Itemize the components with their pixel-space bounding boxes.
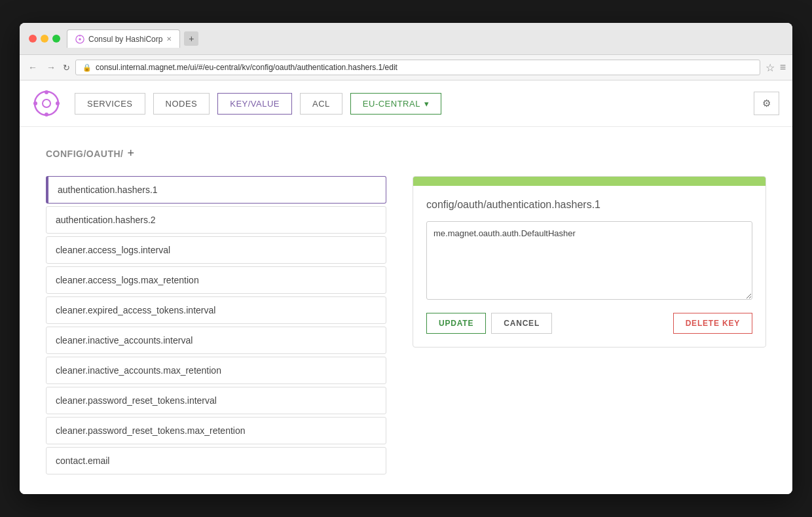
svg-point-8 [56,101,60,105]
svg-point-3 [35,92,58,115]
svg-point-7 [33,101,37,105]
key-list: authentication.hashers.1authentication.h… [46,176,386,474]
key-list-item[interactable]: authentication.hashers.2 [46,206,386,234]
breadcrumb: CONFIG/OAUTH/ + [46,147,766,160]
delete-key-button[interactable]: DELETE KEY [673,313,752,334]
address-bar: ← → ↻ 🔒 consul.internal.magnet.me/ui/#/e… [20,55,792,80]
refresh-button[interactable]: ↻ [63,63,70,73]
keyvalue-nav-button[interactable]: KEY/VALUE [217,93,292,115]
settings-button[interactable]: ⚙ [754,92,779,115]
cancel-button[interactable]: CANCEL [491,313,552,334]
edit-panel-inner: config/oauth/authentication.hashers.1 UP… [413,176,766,348]
tab-close-icon[interactable]: ✕ [166,35,172,43]
back-button[interactable]: ← [26,62,39,73]
consul-logo [33,90,60,117]
edit-panel-body: config/oauth/authentication.hashers.1 UP… [413,186,766,347]
edit-panel-title: config/oauth/authentication.hashers.1 [426,199,752,211]
edit-actions: UPDATE CANCEL DELETE KEY [426,313,752,334]
svg-point-6 [45,113,48,116]
gear-icon: ⚙ [762,98,771,109]
bookmark-button[interactable]: ☆ [766,62,775,74]
forward-button[interactable]: → [45,62,58,73]
datacenter-label: EU-CENTRAL [363,99,420,109]
top-nav: SERVICES NODES KEY/VALUE ACL EU-CENTRAL … [20,80,792,127]
nodes-nav-button[interactable]: NODES [153,93,210,115]
edit-panel: config/oauth/authentication.hashers.1 UP… [413,176,766,474]
svg-point-1 [79,38,81,41]
browser-window: Consul by HashiCorp ✕ + ← → ↻ 🔒 consul.i… [20,23,792,494]
key-list-item[interactable]: cleaner.inactive_accounts.max_retention [46,357,386,384]
key-list-item[interactable]: cleaner.password_reset_tokens.interval [46,387,386,414]
url-box[interactable]: 🔒 consul.internal.magnet.me/ui/#/eu-cent… [75,60,760,75]
key-list-item[interactable]: authentication.hashers.1 [46,176,386,204]
main-area: CONFIG/OAUTH/ + authentication.hashers.1… [20,127,792,494]
maximize-button[interactable] [52,35,60,43]
tab-bar: Consul by HashiCorp ✕ + [67,29,783,48]
consul-tab-icon [75,35,84,44]
page-content: SERVICES NODES KEY/VALUE ACL EU-CENTRAL … [20,80,792,494]
close-button[interactable] [29,35,37,43]
traffic-lights [29,35,60,43]
menu-button[interactable]: ≡ [780,62,786,73]
key-list-item[interactable]: cleaner.access_logs.interval [46,236,386,264]
tab-title: Consul by HashiCorp [88,35,162,44]
edit-panel-header-bar [413,177,766,186]
breadcrumb-path: CONFIG/OAUTH/ [46,149,124,159]
svg-point-5 [45,90,48,94]
key-list-item[interactable]: contact.email [46,447,386,474]
edit-value-textarea[interactable] [426,221,752,300]
key-list-item[interactable]: cleaner.password_reset_tokens.max_retent… [46,417,386,444]
url-text: consul.internal.magnet.me/ui/#/eu-centra… [96,63,397,72]
new-tab-button[interactable]: + [184,31,198,46]
datacenter-button[interactable]: EU-CENTRAL ▾ [350,93,442,115]
update-button[interactable]: UPDATE [426,313,486,334]
minimize-button[interactable] [41,35,48,43]
datacenter-arrow-icon: ▾ [424,99,430,109]
key-list-item[interactable]: cleaner.access_logs.max_retention [46,266,386,294]
svg-point-4 [43,99,50,107]
key-list-item[interactable]: cleaner.expired_access_tokens.interval [46,296,386,324]
lock-icon: 🔒 [83,63,92,72]
services-nav-button[interactable]: SERVICES [75,93,145,115]
content-columns: authentication.hashers.1authentication.h… [46,176,766,474]
title-bar: Consul by HashiCorp ✕ + [20,23,792,55]
breadcrumb-plus[interactable]: + [128,147,135,160]
key-list-item[interactable]: cleaner.inactive_accounts.interval [46,327,386,354]
browser-tab[interactable]: Consul by HashiCorp ✕ [67,29,180,48]
svg-point-2 [79,35,81,36]
acl-nav-button[interactable]: ACL [300,93,342,115]
